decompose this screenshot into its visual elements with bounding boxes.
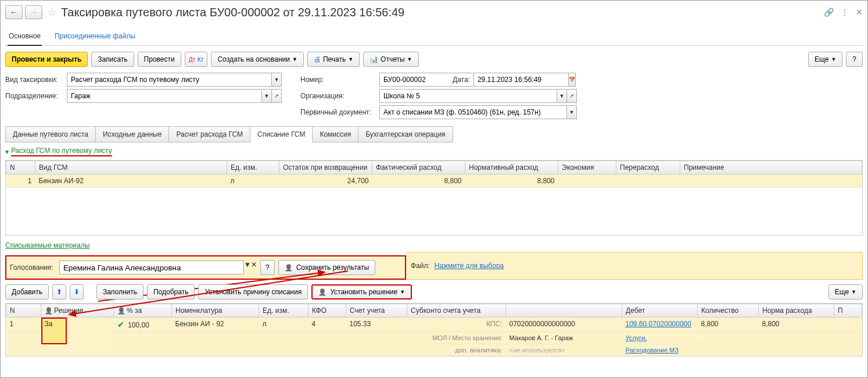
action-bar: Добавить ⬆ ⬇ Заполнить Подобрать Установ… [5,280,863,303]
link-icon[interactable]: 🔗 [824,8,834,17]
table-subrow: доп. аналитика: <не используется> Расход… [6,344,862,356]
add-button[interactable]: Добавить [5,284,49,299]
subnav-main[interactable]: Основное [8,28,42,46]
reason-button[interactable]: Установить причину списания [198,284,308,299]
dt-kt-button[interactable]: ДтКт [185,52,208,67]
vote-label: Голосование: [10,263,53,272]
tab-source[interactable]: Исходные данные [95,126,169,142]
tab-calc[interactable]: Расчет расхода ГСМ [168,126,250,142]
vote-person-input[interactable]: ▼✕ [59,261,257,274]
tab-writeoff[interactable]: Списание ГСМ [250,126,313,142]
decision-cell[interactable]: За [41,318,67,344]
user-icon [117,306,127,315]
check-icon: ✔ [117,320,124,329]
fill-button[interactable]: Заполнить [96,284,144,299]
org-input[interactable]: ▼↗ [379,89,577,103]
materials-table: N Решение % за Номенклатура Ед. изм. КФО… [5,303,863,356]
number-label: Номер: [300,76,376,84]
vote-help-button[interactable]: ? [260,260,275,275]
save-button[interactable]: Записать [91,52,134,67]
file-label: Файл: [411,262,430,270]
print-button[interactable]: 🖨 Печать ▼ [307,52,360,67]
vote-box: Голосование: ▼✕ ? Сохранить результаты [5,255,406,280]
page-title: Таксировка путевого листа БУ00-000002 от… [61,6,404,19]
move-up-button[interactable]: ⬆ [52,284,66,299]
calendar-icon: 📅 [568,73,576,87]
file-link[interactable]: Нажмите для выбора [435,262,504,270]
more-button-2[interactable]: Еще ▼ [828,284,863,299]
org-label: Организация: [300,92,376,100]
debit-link[interactable]: 109.60.07020000000 [626,320,691,328]
user-icon [285,263,294,272]
save-results-button[interactable]: Сохранить результаты [278,260,375,275]
favorite-icon[interactable]: ☆ [47,6,56,19]
forward-button[interactable]: → [25,5,42,19]
table-row[interactable]: 1 Бензин АИ-92 л 24,700 8,800 8,800 [6,174,862,188]
date-label: Дата: [453,76,470,84]
post-close-button[interactable]: Провести и закрыть [5,52,88,67]
move-down-button[interactable]: ⬇ [70,284,84,299]
menu-icon[interactable]: ⋮ [841,8,849,17]
tab-commission[interactable]: Комиссия [312,126,358,142]
table-rashod: N Вид ГСМ Ед. изм. Остаток при возвращен… [5,160,863,236]
tab-data[interactable]: Данные путевого листа [5,126,96,142]
table-subrow: МОЛ / Место хранения: Макаров А. Г. - Га… [6,332,862,344]
subnav-files[interactable]: Присоединенные файлы [53,28,137,45]
tabs: Данные путевого листа Исходные данные Ра… [5,126,863,142]
more-button[interactable]: Еще ▼ [808,52,842,67]
tab-content: ▾ Расход ГСМ по путевому листу N Вид ГСМ… [5,142,863,359]
date-input[interactable] [474,73,569,87]
create-based-button[interactable]: Создать на основании ▼ [211,52,303,67]
post-button[interactable]: Провести [138,52,181,67]
primdoc-input[interactable]: ▼ [379,105,577,119]
toolbar: Провести и закрыть Записать Провести ДтК… [5,46,863,72]
table-row[interactable]: 1 За ✔ 100,00 Бензин АИ - 92 л 4 105.33 … [6,318,862,332]
form-area: Вид таксировки: ▼ Номер: Дата: 📅 Подразд… [5,72,863,124]
pick-button[interactable]: Подобрать [147,284,195,299]
reports-button[interactable]: 📊 Отчеты ▼ [363,52,418,67]
section-rashod[interactable]: ▾ Расход ГСМ по путевому листу [5,144,863,159]
podr-input[interactable]: ▼↗ [67,89,282,103]
sub-nav: Основное Присоединенные файлы [5,24,863,46]
set-decision-button[interactable]: Установить решение ▼ [311,284,412,299]
user-icon [318,288,328,296]
user-icon [45,306,54,315]
podr-label: Подразделение: [5,92,63,100]
close-icon[interactable]: ✕ [856,8,863,17]
tab-acct[interactable]: Бухгалтерская операция [358,126,453,142]
vid-label: Вид таксировки: [5,76,63,84]
section-materials[interactable]: Списываемые материалы [5,239,863,252]
file-area: Файл: Нажмите для выбора [406,252,863,280]
primdoc-label: Первичный документ: [300,108,376,116]
back-button[interactable]: ← [5,5,23,19]
help-button[interactable]: ? [846,52,863,67]
title-bar: ← → ☆ Таксировка путевого листа БУ00-000… [5,4,863,20]
vid-input[interactable]: ▼ [67,73,282,87]
